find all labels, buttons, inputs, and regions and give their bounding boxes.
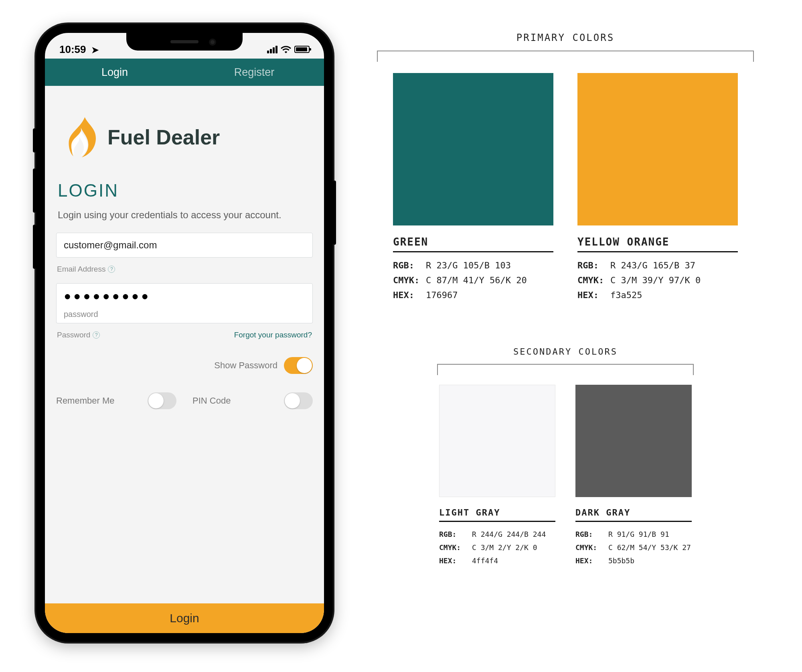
pin-code-toggle[interactable] [284,392,313,409]
forgot-password-link[interactable]: Forgot your password? [234,331,312,339]
bracket-decoration [377,51,754,62]
help-icon[interactable]: ? [93,331,100,339]
login-subtitle: Login using your credentials to access y… [58,209,311,221]
tab-register[interactable]: Register [184,59,324,86]
login-button[interactable]: Login [45,603,324,633]
brand-name: Fuel Dealer [107,125,220,149]
color-palette-panel: PRIMARY COLORS GREEN RGB:R 23/G 105/B 10… [365,24,766,567]
show-password-toggle[interactable] [284,357,313,374]
swatch-color [575,385,692,497]
primary-colors-title: PRIMARY COLORS [365,32,766,43]
show-password-label: Show Password [214,360,277,371]
swatch-color [393,73,553,225]
wifi-icon [281,45,291,53]
signal-icon [267,46,277,53]
status-time: 10:59 [59,43,86,55]
battery-icon [294,46,310,53]
location-arrow-icon: ➤ [91,45,99,55]
phone-volume-down [33,225,36,269]
swatch-name: GREEN [393,236,553,248]
swatch-light-gray: LIGHT GRAY RGB:R 244/G 244/B 244 CMYK:C … [439,385,555,567]
phone-side-button [33,128,36,152]
swatch-name: YELLOW ORANGE [577,236,738,248]
phone-frame: 10:59 ➤ Login Register [36,24,333,642]
phone-notch [126,33,243,51]
password-placeholder-row: password [56,307,313,323]
swatch-color [577,73,738,225]
bracket-decoration [437,364,694,375]
swatch-dark-gray: DARK GRAY RGB:R 91/G 91/B 91 CMYK:C 62/M… [575,385,692,567]
phone-volume-up [33,169,36,213]
brand: Fuel Dealer [68,117,313,157]
help-icon[interactable]: ? [108,266,115,273]
swatch-name: LIGHT GRAY [439,508,555,518]
flame-icon [68,117,99,157]
login-heading: LOGIN [58,181,313,201]
remember-me-toggle[interactable] [148,392,176,409]
swatch-color [439,385,555,497]
email-field[interactable] [56,233,313,258]
password-hint: Password [57,331,90,339]
email-hint: Email Address [57,265,105,274]
phone-power-button [333,181,336,245]
pin-code-label: PIN Code [192,396,231,406]
swatch-green: GREEN RGB:R 23/G 105/B 103 CMYK:C 87/M 4… [393,73,553,303]
remember-me-label: Remember Me [56,396,114,406]
top-tabs: Login Register [45,59,324,86]
swatch-yellow-orange: YELLOW ORANGE RGB:R 243/G 165/B 37 CMYK:… [577,73,738,303]
tab-login[interactable]: Login [45,59,184,86]
swatch-name: DARK GRAY [575,508,692,518]
password-field[interactable]: ●●●●●●●●● [56,283,313,308]
secondary-colors-title: SECONDARY COLORS [365,347,766,357]
